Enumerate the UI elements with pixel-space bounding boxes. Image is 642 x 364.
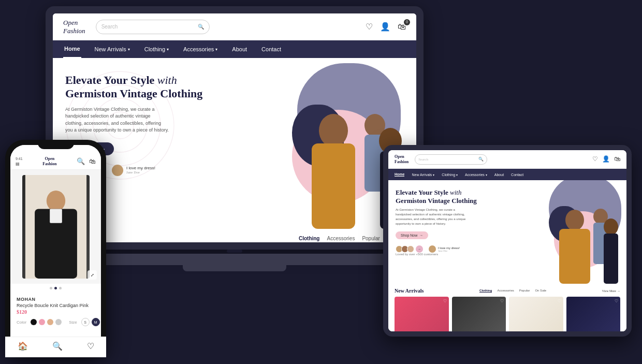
- arrow-icon: →: [419, 234, 423, 237]
- site-logo: Open Fashion: [63, 19, 85, 35]
- nav-item-contact[interactable]: Contact: [260, 40, 282, 58]
- product-card-2[interactable]: ♡: [452, 297, 506, 331]
- product-name: Recycle Boucle Knit Cardigan Pink: [17, 303, 95, 308]
- tablet-avatar-group: →: [396, 245, 423, 253]
- size-s[interactable]: S: [81, 318, 90, 326]
- chevron-down-icon: ▾: [128, 47, 130, 52]
- phone-product-info: MOHAN Recycle Boucle Knit Cardigan Pink …: [10, 293, 101, 330]
- phone-home-icon[interactable]: 🏠: [18, 341, 28, 351]
- testimonial-avatar: [112, 165, 123, 176]
- product-grid: ♡ ♡ ♡ ♡: [395, 297, 620, 331]
- new-arrivals-header: New Arrivals Clothing Accessories Popula…: [63, 235, 406, 242]
- color-pink[interactable]: [39, 319, 45, 325]
- cart-count: 0: [404, 19, 410, 25]
- product-options: Color Size S M L: [17, 318, 95, 326]
- wishlist-icon[interactable]: ♡: [500, 299, 504, 303]
- nav-item-clothing[interactable]: Clothing ▾: [143, 40, 170, 58]
- search-bar[interactable]: Search 🔍: [96, 20, 210, 34]
- hero-title: Elevate Your Style with Germiston Vintag…: [65, 74, 228, 101]
- laptop-notch: [227, 250, 242, 253]
- color-black[interactable]: [31, 319, 37, 325]
- tablet-section-title: New Arrivals: [395, 288, 424, 294]
- account-icon[interactable]: 👤: [380, 22, 390, 32]
- nav-item-about[interactable]: About: [231, 40, 248, 58]
- tablet-new-arrivals-header: New Arrivals Clothing Accessories Popula…: [395, 288, 620, 294]
- size-m[interactable]: M: [92, 318, 100, 326]
- image-dots: [10, 284, 101, 293]
- site-header: Open Fashion Search 🔍 ♡ 👤 🛍 0: [53, 13, 416, 40]
- wishlist-icon[interactable]: ♡: [558, 299, 561, 303]
- tablet-hero-left: Elevate Your Style with Germiston Vintag…: [388, 180, 523, 284]
- tablet-hero: Elevate Your Style with Germiston Vintag…: [388, 180, 626, 284]
- nav-item-new-arrivals[interactable]: New Arrivals ▾: [94, 40, 131, 58]
- tablet-nav-home[interactable]: Home: [395, 172, 404, 177]
- svg-rect-7: [312, 143, 355, 229]
- avatar-next-button[interactable]: →: [416, 245, 423, 253]
- tablet-device: Open Fashion Search 🔍 ♡ 👤 🛍 Home: [383, 145, 632, 337]
- view-more-button[interactable]: View More →: [602, 289, 620, 293]
- tablet-nav-about[interactable]: About: [494, 173, 504, 177]
- tab-accessories[interactable]: Accessories: [327, 236, 355, 243]
- color-gray[interactable]: [55, 319, 62, 325]
- svg-rect-17: [559, 229, 590, 284]
- tablet-cart-icon[interactable]: 🛍: [614, 155, 620, 163]
- color-nude[interactable]: [47, 319, 53, 325]
- tablet-nav-accessories[interactable]: Accessories ▾: [465, 173, 487, 177]
- phone-bottom-nav: 🏠 🔍 ♡: [10, 337, 101, 352]
- phone-notch: [38, 140, 74, 149]
- tablet-tab-accessories[interactable]: Accessories: [497, 289, 514, 293]
- color-options: [31, 319, 62, 325]
- header-icons: ♡ 👤 🛍 0: [366, 22, 406, 32]
- avatar: [407, 245, 414, 253]
- phone-logo: Open Fashion: [42, 156, 56, 166]
- expand-icon[interactable]: ⤢: [87, 270, 97, 280]
- nav-item-accessories[interactable]: Accessories ▾: [182, 40, 218, 58]
- arrow-right-icon: →: [617, 289, 620, 293]
- tab-clothing[interactable]: Clothing: [299, 236, 320, 243]
- tablet-search-icon: 🔍: [478, 157, 484, 162]
- tablet-nav-new-arrivals[interactable]: New Arrivals ▾: [412, 173, 434, 177]
- tablet-header: Open Fashion Search 🔍 ♡ 👤 🛍: [388, 150, 626, 169]
- phone-time: 9:41: [16, 157, 23, 161]
- phone-product-image: ⤢: [10, 170, 101, 284]
- wishlist-icon[interactable]: ♡: [615, 299, 618, 303]
- nav-item-home[interactable]: Home: [63, 40, 81, 58]
- svg-point-16: [565, 210, 584, 230]
- tab-popular[interactable]: Popular: [362, 236, 380, 243]
- tablet-nav-clothing[interactable]: Clothing ▾: [442, 173, 458, 177]
- size-options: S M L: [81, 318, 101, 326]
- product-card-1[interactable]: ♡: [395, 297, 449, 331]
- tablet-tab-on-sale[interactable]: On Sale: [535, 289, 546, 293]
- phone-search-icon[interactable]: 🔍: [77, 157, 85, 166]
- tablet-wishlist-icon[interactable]: ♡: [592, 155, 598, 163]
- product-card-4[interactable]: ♡: [566, 297, 621, 331]
- tablet-shop-now-button[interactable]: Shop Now →: [396, 231, 428, 239]
- testimonial: I love my dress! Jane Doe: [112, 165, 155, 176]
- product-person-figure: [22, 175, 90, 279]
- tablet-account-icon[interactable]: 👤: [602, 155, 610, 163]
- tablet-hero-desc: At Germiston Vintage Clothing, we curate…: [396, 208, 468, 226]
- tablet-testimonial: I love my dress! Jane Doe: [429, 245, 460, 253]
- tablet-search[interactable]: Search 🔍: [415, 154, 487, 165]
- chevron-down-icon: ▾: [215, 47, 217, 52]
- wishlist-icon[interactable]: ♡: [366, 22, 373, 32]
- tablet-nav-contact[interactable]: Contact: [511, 173, 523, 177]
- tablet-tab-popular[interactable]: Popular: [519, 289, 530, 293]
- svg-point-18: [604, 219, 618, 235]
- search-icon: 🔍: [198, 24, 204, 30]
- product-brand: MOHAN: [17, 297, 95, 302]
- svg-point-11: [46, 191, 65, 211]
- testimonial-avatar: [429, 245, 436, 253]
- product-price: $120: [17, 309, 95, 315]
- tablet-category-tabs: Clothing Accessories Popular On Sale: [479, 289, 546, 293]
- phone-search-bottom-icon[interactable]: 🔍: [52, 341, 63, 351]
- tablet-tab-clothing[interactable]: Clothing: [479, 289, 492, 293]
- dot-1: [50, 287, 52, 289]
- chevron-down-icon: ▾: [167, 47, 169, 52]
- product-card-3[interactable]: ♡: [509, 297, 563, 331]
- phone-wishlist-icon[interactable]: ♡: [87, 341, 94, 351]
- cart-icon[interactable]: 🛍 0: [398, 22, 406, 32]
- phone-cart-icon[interactable]: 🛍: [89, 157, 96, 166]
- wishlist-icon[interactable]: ♡: [443, 299, 447, 303]
- laptop-stand: [183, 265, 286, 271]
